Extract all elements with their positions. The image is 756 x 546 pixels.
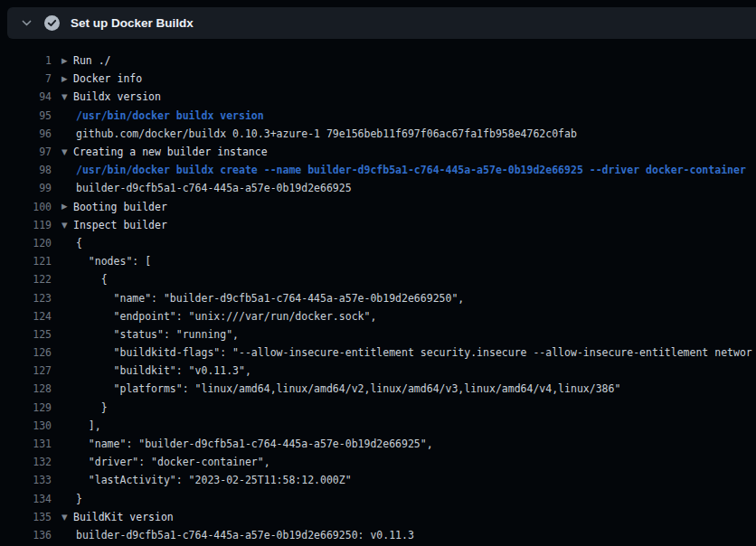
log-text: "status": "running", (73, 328, 239, 341)
line-number[interactable]: 127 (0, 364, 52, 377)
line-number[interactable]: 128 (0, 382, 52, 395)
caret-right-icon[interactable]: ▶ (61, 75, 73, 83)
log-line[interactable]: 135 ▼ BuildKit version (0, 508, 756, 526)
log-text: "buildkitd-flags": "--allow-insecure-ent… (73, 346, 752, 359)
line-number[interactable]: 136 (0, 529, 52, 541)
caret-right-icon[interactable]: ▶ (61, 202, 73, 211)
log-line[interactable]: 7 ▶ Docker info (0, 70, 756, 88)
log-line: 131 "name": "builder-d9cfb5a1-c764-445a-… (0, 435, 756, 453)
log-text: { (73, 273, 108, 286)
line-number[interactable]: 96 (0, 127, 52, 140)
log-text[interactable]: Creating a new builder instance (73, 146, 268, 158)
caret-down-icon[interactable]: ▼ (61, 148, 73, 156)
line-number[interactable]: 100 (0, 201, 52, 213)
line-number[interactable]: 133 (0, 474, 52, 486)
caret-down-icon[interactable]: ▼ (61, 93, 73, 101)
line-number[interactable]: 125 (0, 328, 52, 341)
log-text: "lastActivity": "2023-02-25T11:58:12.000… (73, 474, 352, 486)
caret-down-icon[interactable]: ▼ (61, 221, 73, 230)
log-line[interactable]: 97 ▼ Creating a new builder instance (0, 143, 756, 161)
log-line: 133 "lastActivity": "2023-02-25T11:58:12… (0, 471, 756, 489)
log-lines: 1 ▶ Run ./ 7 ▶ Docker info 94 ▼ Buildx v… (0, 39, 756, 546)
log-line: 121 "nodes": [ (0, 252, 756, 270)
log-line: 126 "buildkitd-flags": "--allow-insecure… (0, 344, 756, 362)
line-number[interactable]: 120 (0, 237, 52, 249)
log-line: 129 } (0, 399, 756, 417)
log-text: } (73, 493, 82, 505)
step-header[interactable]: Set up Docker Buildx (7, 7, 756, 39)
log-text: github.com/docker/buildx 0.10.3+azure-1 … (73, 127, 577, 140)
line-number[interactable]: 123 (0, 292, 52, 305)
line-number[interactable]: 99 (0, 182, 52, 194)
log-line: 134 } (0, 490, 756, 508)
log-text: /usr/bin/docker buildx create --name bui… (73, 164, 746, 176)
log-line: 130 ], (0, 417, 756, 435)
line-number[interactable]: 124 (0, 310, 52, 323)
log-text: ], (73, 419, 101, 432)
log-line[interactable]: 100 ▶ Booting builder (0, 198, 756, 216)
log-text: } (73, 401, 108, 414)
log-text: "name": "builder-d9cfb5a1-c764-445a-a57e… (73, 438, 433, 450)
line-number[interactable]: 98 (0, 164, 52, 176)
log-text: "driver": "docker-container", (73, 456, 270, 468)
log-line[interactable]: 1 ▶ Run ./ (0, 52, 756, 70)
log-line: 120 { (0, 234, 756, 252)
log-text[interactable]: Booting builder (73, 201, 167, 213)
line-number[interactable]: 134 (0, 493, 52, 505)
log-line[interactable]: 119 ▼ Inspect builder (0, 216, 756, 234)
log-text[interactable]: BuildKit version (73, 511, 174, 523)
log-line: 136 builder-d9cfb5a1-c764-445a-a57e-0b19… (0, 526, 756, 544)
log-text: "buildkit": "v0.11.3", (73, 364, 251, 377)
line-number[interactable]: 95 (0, 109, 52, 122)
log-text: "name": "builder-d9cfb5a1-c764-445a-a57e… (73, 292, 464, 305)
line-number[interactable]: 122 (0, 273, 52, 286)
log-line: 124 "endpoint": "unix:///var/run/docker.… (0, 307, 756, 325)
line-number[interactable]: 7 (0, 72, 52, 85)
caret-down-icon[interactable]: ▼ (61, 513, 73, 522)
line-number[interactable]: 1 (0, 54, 52, 67)
log-line: 122 { (0, 270, 756, 288)
log-text: builder-d9cfb5a1-c764-445a-a57e-0b19d2e6… (73, 529, 414, 541)
log-line: 123 "name": "builder-d9cfb5a1-c764-445a-… (0, 288, 756, 306)
line-number[interactable]: 132 (0, 456, 52, 468)
log-line: 128 "platforms": "linux/amd64,linux/amd6… (0, 380, 756, 398)
line-number[interactable]: 97 (0, 146, 52, 158)
line-number[interactable]: 121 (0, 255, 52, 268)
line-number[interactable]: 135 (0, 511, 52, 523)
step-title: Set up Docker Buildx (71, 16, 194, 30)
log-text: "endpoint": "unix:///var/run/docker.sock… (73, 310, 376, 323)
log-text: /usr/bin/docker buildx version (73, 109, 264, 122)
log-line: 99 builder-d9cfb5a1-c764-445a-a57e-0b19d… (0, 179, 756, 197)
log-text: "platforms": "linux/amd64,linux/amd64/v2… (73, 382, 620, 395)
log-text[interactable]: Docker info (73, 72, 142, 85)
line-number[interactable]: 129 (0, 401, 52, 414)
log-line: 96 github.com/docker/buildx 0.10.3+azure… (0, 125, 756, 143)
line-number[interactable]: 94 (0, 90, 52, 103)
log-text: { (73, 237, 82, 249)
line-number[interactable]: 130 (0, 419, 52, 432)
log-text[interactable]: Inspect builder (73, 219, 167, 231)
check-circle-icon (44, 15, 60, 31)
chevron-down-icon (21, 17, 33, 29)
log-text[interactable]: Run ./ (73, 54, 111, 67)
log-line: 132 "driver": "docker-container", (0, 453, 756, 471)
log-text[interactable]: Buildx version (73, 90, 161, 103)
caret-right-icon[interactable]: ▶ (61, 57, 73, 65)
line-number[interactable]: 126 (0, 346, 52, 359)
log-text: "nodes": [ (73, 255, 151, 268)
line-number[interactable]: 131 (0, 438, 52, 450)
log-line: 125 "status": "running", (0, 325, 756, 344)
line-number[interactable]: 119 (0, 219, 52, 231)
log-line: 95 /usr/bin/docker buildx version (0, 107, 756, 125)
log-line: 98 /usr/bin/docker buildx create --name … (0, 161, 756, 179)
collapse-step-button[interactable] (15, 13, 37, 34)
log-text: builder-d9cfb5a1-c764-445a-a57e-0b19d2e6… (73, 182, 352, 194)
log-line: 127 "buildkit": "v0.11.3", (0, 362, 756, 380)
log-line[interactable]: 94 ▼ Buildx version (0, 88, 756, 106)
